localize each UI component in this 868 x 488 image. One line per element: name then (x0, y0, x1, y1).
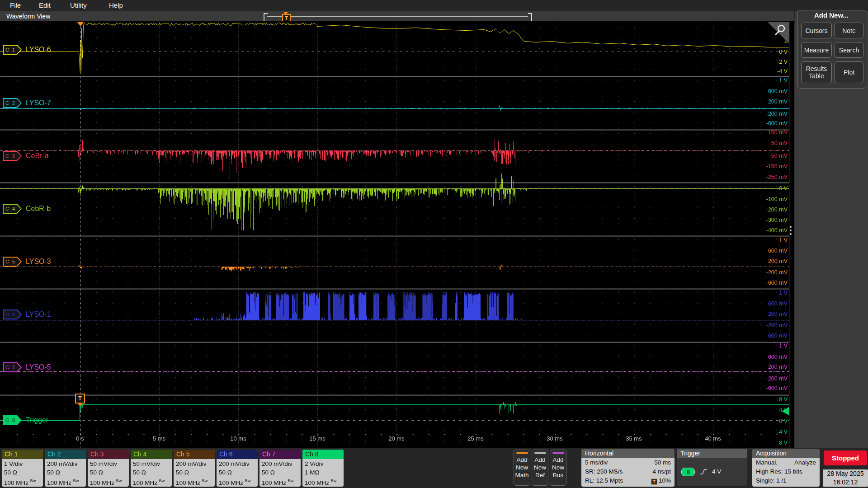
channel-badge[interactable]: C 1 (3, 45, 22, 55)
channel-scale: 200 mV/div (176, 460, 212, 468)
footer-channel-settings: 200 mV/div50 Ω100 MHz Bw (174, 459, 215, 487)
trigger-time-flag-icon[interactable]: T (75, 394, 85, 404)
footer-channel-id: Ch 3 (88, 450, 129, 459)
side-button-measure[interactable]: Measure (801, 42, 832, 58)
footer-channel-settings: 50 mV/div50 Ω100 MHz Bw (131, 459, 172, 487)
channel-badge[interactable]: C 5 (3, 257, 22, 267)
channel-badge[interactable]: C 6 (3, 310, 22, 319)
channel-badge-label: C 2 (3, 98, 22, 108)
channel-impedance: 50 Ω (262, 468, 298, 477)
menu-bar: FileEditUtilityHelp (0, 0, 868, 11)
horizontal-row: 5 ms/div50 ms (585, 458, 671, 467)
side-button-note[interactable]: Note (835, 23, 863, 38)
channel-badge-label: C 4 (3, 204, 22, 214)
footer-channel-badge-7[interactable]: Ch 7200 mV/div50 Ω100 MHz Bw (259, 450, 301, 487)
add-new-math-button[interactable]: AddNewMath (514, 450, 530, 486)
trigger-time-flag-tip (78, 404, 82, 406)
footer-channel-badge-8[interactable]: Ch 82 V/div1 MΩ100 MHz Bw (302, 450, 344, 487)
footer-channel-id: Ch 4 (131, 450, 172, 459)
trigger-panel[interactable]: Trigger 8 4 V (677, 449, 747, 486)
horizontal-row: SR: 250 MS/s4 ns/pt (585, 467, 671, 476)
acquisition-single: Single: 1 /1 (756, 476, 816, 485)
add-new-title: Add New... (797, 11, 865, 19)
channel-badge-label: C 3 (3, 151, 22, 161)
channel-impedance: 50 Ω (133, 468, 170, 477)
channel-impedance: 50 Ω (219, 468, 255, 477)
horizontal-cell: 5 ms/div (585, 458, 608, 467)
footer-channel-badge-5[interactable]: Ch 5200 mV/div50 Ω100 MHz Bw (174, 450, 215, 487)
trigger-position-marker-icon[interactable] (77, 22, 84, 26)
footer-channel-badge-1[interactable]: Ch 11 V/div50 Ω100 MHz Bw (2, 450, 43, 487)
acquisition-title: Acquisition (752, 449, 820, 458)
channel-bandwidth: 100 MHz Bw (133, 477, 170, 487)
footer-channel-id: Ch 8 (302, 450, 344, 459)
record-view-bar[interactable] (267, 16, 528, 17)
trigger-title: Trigger (677, 449, 747, 458)
channel-badge[interactable]: C 3 (3, 151, 22, 161)
channel-impedance: 1 MΩ (305, 468, 341, 477)
horizontal-cell: 4 ns/pt (652, 467, 671, 476)
channel-badge[interactable]: C 7 (3, 362, 22, 372)
channel-badge-label: C 6 (3, 310, 22, 319)
channel-badge-label: C 8 (3, 415, 22, 425)
side-button-plot[interactable]: Plot (835, 61, 863, 83)
horizontal-panel[interactable]: Horizontal 5 ms/div50 msSR: 250 MS/s4 ns… (581, 449, 675, 487)
footer-channel-badge-2[interactable]: Ch 2200 mV/div50 Ω100 MHz Bw (45, 450, 86, 487)
menu-item-edit[interactable]: Edit (39, 1, 51, 9)
footer-channel-badge-4[interactable]: Ch 450 mV/div50 Ω100 MHz Bw (131, 450, 172, 487)
side-button-results-table[interactable]: Results Table (801, 61, 832, 83)
footer-channel-settings: 200 mV/div50 Ω100 MHz Bw (259, 459, 301, 487)
menu-item-utility[interactable]: Utility (70, 1, 87, 9)
footer-bar: Horizontal 5 ms/div50 msSR: 250 MS/s4 ns… (0, 448, 868, 488)
acquisition-resolution: High Res: 15 bits (756, 467, 816, 476)
channel-badge[interactable]: C 2 (3, 98, 22, 108)
acquisition-panel[interactable]: Acquisition Manual, Analyze High Res: 15… (752, 449, 820, 487)
trigger-level-arrow-icon[interactable] (782, 407, 789, 415)
footer-channel-settings: 1 V/div50 Ω100 MHz Bw (2, 459, 43, 487)
zoom-corner-icon[interactable] (767, 22, 789, 43)
footer-channel-id: Ch 1 (2, 450, 43, 459)
trigger-level-value: 4 V (712, 467, 721, 476)
oscilloscope-app: FileEditUtilityHelp Waveform View T C 1L… (0, 0, 868, 488)
rising-edge-icon (699, 468, 708, 475)
channel-impedance: 50 Ω (176, 468, 212, 477)
menu-item-file[interactable]: File (10, 1, 21, 9)
channel-scale: 200 mV/div (47, 460, 84, 468)
channel-badge-label: C 7 (3, 362, 22, 372)
record-view-left-bracket (264, 13, 268, 22)
channel-bandwidth: 100 MHz Bw (176, 477, 212, 487)
record-view-right-bracket (528, 13, 532, 22)
channel-scale: 200 mV/div (262, 460, 298, 468)
trigger-source-badge: 8 (681, 468, 695, 476)
menu-item-help[interactable]: Help (109, 1, 123, 9)
footer-channel-settings: 50 mV/div50 Ω100 MHz Bw (88, 459, 129, 487)
footer-channel-settings: 200 mV/div50 Ω100 MHz Bw (217, 459, 258, 487)
side-button-search[interactable]: Search (835, 42, 863, 58)
waveform-graticule[interactable] (0, 21, 794, 448)
waveform-view-title: Waveform View (6, 13, 50, 20)
panel-resize-grip[interactable] (790, 224, 793, 236)
footer-channel-badge-3[interactable]: Ch 350 mV/div50 Ω100 MHz Bw (88, 450, 129, 487)
add-new-ref-button[interactable]: AddNewRef (532, 450, 548, 486)
channel-bandwidth: 100 MHz Bw (90, 477, 127, 487)
acquisition-analyze: Analyze (794, 458, 816, 467)
footer-channel-id: Ch 5 (174, 450, 215, 459)
horizontal-cell: T10% (651, 476, 671, 485)
horizontal-title: Horizontal (581, 449, 675, 458)
add-new-bus-button[interactable]: AddNewBus (550, 450, 566, 486)
channel-badge-label: C 1 (3, 45, 22, 55)
channel-scale: 50 mV/div (90, 460, 127, 468)
channel-badge[interactable]: C 4 (3, 204, 22, 214)
time-label: 16:02:12 (823, 478, 868, 487)
channel-bandwidth: 100 MHz Bw (4, 477, 41, 487)
run-status-badge[interactable]: Stopped (824, 450, 867, 465)
horizontal-row: RL: 12.5 MptsT10% (585, 476, 671, 485)
footer-channel-badge-6[interactable]: Ch 6200 mV/div50 Ω100 MHz Bw (217, 450, 258, 487)
side-button-cursors[interactable]: Cursors (801, 23, 832, 38)
channel-scale: 1 V/div (4, 460, 41, 468)
footer-channel-settings: 200 mV/div50 Ω100 MHz Bw (45, 459, 86, 487)
footer-channel-settings: 2 V/div1 MΩ100 MHz Bw (302, 459, 344, 487)
footer-channel-id: Ch 6 (217, 450, 258, 459)
channel-bandwidth: 100 MHz Bw (305, 477, 341, 487)
channel-badge[interactable]: C 8 (3, 415, 22, 425)
